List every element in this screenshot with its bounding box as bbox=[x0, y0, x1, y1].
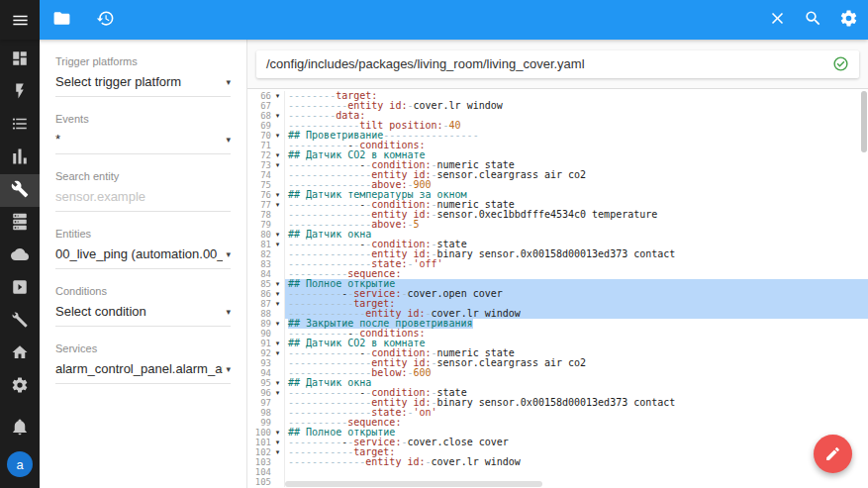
line-number[interactable]: 90 bbox=[247, 329, 271, 339]
save-button[interactable] bbox=[814, 435, 852, 473]
sidebar-item-file-editor[interactable] bbox=[0, 174, 40, 207]
fold-arrow-icon[interactable]: ▾ bbox=[271, 299, 284, 309]
code-line[interactable]: 77▾--------------condition:-numeric_stat… bbox=[247, 200, 868, 210]
sidebar-item-media-browser[interactable] bbox=[0, 272, 40, 305]
code-text[interactable]: ## Датчик температуры за окном bbox=[284, 190, 868, 200]
code-text[interactable]: --------data: bbox=[284, 111, 868, 121]
code-line[interactable]: 101▾-----------service:-cover.close_cove… bbox=[247, 438, 868, 447]
code-text[interactable]: ## Датчик окна bbox=[284, 378, 868, 388]
code-line[interactable]: 100▾## Полное открытие bbox=[247, 428, 868, 438]
sidebar-item-cloud[interactable] bbox=[0, 240, 40, 272]
code-text[interactable] bbox=[284, 467, 868, 477]
code-line[interactable]: 73▾--------------condition:-numeric_stat… bbox=[247, 160, 868, 170]
fold-arrow-icon[interactable]: ▾ bbox=[271, 388, 284, 398]
code-line[interactable]: 82--------------entity_id:-binary_sensor… bbox=[247, 249, 868, 259]
fold-arrow-icon[interactable]: ▾ bbox=[271, 131, 284, 141]
code-line[interactable]: 80▾## Датчик окна bbox=[247, 230, 868, 240]
line-number[interactable]: 84 bbox=[247, 269, 271, 279]
line-number[interactable]: 72 bbox=[247, 150, 271, 160]
code-text[interactable]: -----------target: bbox=[284, 447, 868, 457]
line-number[interactable]: 78 bbox=[247, 210, 271, 220]
line-number[interactable]: 77 bbox=[247, 200, 271, 210]
code-text[interactable]: ----------sequence: bbox=[284, 269, 868, 279]
entities-select[interactable]: 00_live_ping (automation.00_live_pi▾ bbox=[55, 246, 231, 269]
line-number[interactable]: 88 bbox=[247, 309, 271, 319]
code-line[interactable]: 67----------entity_id:-cover.lr_window bbox=[247, 101, 868, 111]
code-line[interactable]: 87▾-----------target: bbox=[247, 299, 868, 309]
close-button[interactable] bbox=[761, 0, 793, 40]
code-line[interactable]: 92▾--------------condition:-numeric_stat… bbox=[247, 348, 868, 358]
code-line[interactable]: 97--------------entity_id:-binary_sensor… bbox=[247, 398, 868, 408]
code-line[interactable]: 66▾--------target: bbox=[247, 91, 868, 101]
line-number[interactable]: 79 bbox=[247, 220, 271, 230]
sidebar-item-configuration[interactable] bbox=[0, 370, 40, 403]
code-text[interactable]: ----------entity_id:-cover.lr_window bbox=[284, 101, 868, 111]
code-line[interactable]: 90------------conditions: bbox=[247, 329, 868, 339]
code-text[interactable]: --------------entity_id:-sensor.cleargra… bbox=[284, 358, 868, 368]
code-line[interactable]: 71------------conditions: bbox=[247, 141, 868, 150]
code-line[interactable]: 93--------------entity_id:-sensor.clearg… bbox=[247, 358, 868, 368]
line-number[interactable]: 99 bbox=[247, 418, 271, 428]
sidebar-item-overview[interactable] bbox=[0, 44, 40, 76]
code-line[interactable]: 78--------------entity_id:-sensor.0xec1b… bbox=[247, 210, 868, 220]
code-line[interactable]: 94--------------below:-600 bbox=[247, 368, 868, 378]
fold-arrow-icon[interactable]: ▾ bbox=[271, 160, 284, 170]
code-line[interactable]: 84----------sequence: bbox=[247, 269, 868, 279]
editor-vertical-scrollbar[interactable] bbox=[861, 91, 867, 478]
fold-arrow-icon[interactable]: ▾ bbox=[271, 200, 284, 210]
code-text[interactable]: --------------entity_id:-sensor.cleargra… bbox=[284, 170, 868, 180]
code-text[interactable]: -----------service:-cover.open_cover bbox=[284, 289, 868, 299]
menu-button[interactable] bbox=[0, 0, 40, 40]
code-text[interactable]: ## Датчик CO2 в комнате bbox=[284, 150, 868, 160]
fold-arrow-icon[interactable]: ▾ bbox=[271, 279, 284, 289]
code-text[interactable]: --------------entity_id:-binary_sensor.0… bbox=[284, 398, 868, 408]
settings-button[interactable] bbox=[832, 0, 864, 40]
sidebar-item-profile[interactable]: a bbox=[0, 442, 40, 486]
line-number[interactable]: 66 bbox=[247, 91, 271, 101]
code-text[interactable]: --------target: bbox=[284, 91, 868, 101]
code-line[interactable]: 89▾## Закрытие после проветривания bbox=[247, 319, 868, 329]
code-text[interactable]: --------------below:-600 bbox=[284, 368, 868, 378]
line-number[interactable]: 70 bbox=[247, 131, 271, 141]
line-number[interactable]: 103 bbox=[247, 457, 271, 467]
line-number[interactable]: 73 bbox=[247, 160, 271, 170]
code-text[interactable]: ## Датчик окна bbox=[284, 230, 868, 240]
conditions-select[interactable]: Select condition▾ bbox=[55, 304, 231, 327]
code-line[interactable]: 99----------sequence: bbox=[247, 418, 868, 428]
line-number[interactable]: 74 bbox=[247, 170, 271, 180]
code-text[interactable]: --------------condition:-state bbox=[284, 240, 868, 249]
line-number[interactable]: 85 bbox=[247, 279, 271, 289]
code-line[interactable]: 75--------------above:-900 bbox=[247, 180, 868, 190]
code-text[interactable]: -----------target: bbox=[284, 299, 868, 309]
code-editor[interactable]: 66▾--------target:67----------entity_id:… bbox=[247, 89, 868, 488]
code-line[interactable]: 74--------------entity_id:-sensor.clearg… bbox=[247, 170, 868, 180]
code-line[interactable]: 104 bbox=[247, 467, 868, 477]
code-line[interactable]: 69------------tilt_position:-40 bbox=[247, 121, 868, 131]
fold-arrow-icon[interactable]: ▾ bbox=[271, 91, 284, 101]
events-select[interactable]: *▾ bbox=[55, 132, 231, 154]
code-text[interactable]: ## Проветривание---------------- bbox=[284, 131, 868, 141]
code-text[interactable]: --------------above:-5 bbox=[284, 220, 868, 230]
code-line[interactable]: 68▾--------data: bbox=[247, 111, 868, 121]
fold-arrow-icon[interactable]: ▾ bbox=[271, 240, 284, 249]
code-line[interactable]: 91▾## Датчик CO2 в комнате bbox=[247, 339, 868, 348]
fold-arrow-icon[interactable]: ▾ bbox=[271, 230, 284, 240]
code-text[interactable]: --------------condition:-numeric_state bbox=[284, 160, 868, 170]
code-text[interactable]: -------------entity_id:-cover.lr_window bbox=[284, 309, 868, 319]
line-number[interactable]: 83 bbox=[247, 259, 271, 269]
fold-arrow-icon[interactable]: ▾ bbox=[271, 378, 284, 388]
line-number[interactable]: 105 bbox=[247, 477, 271, 487]
scrollbar-thumb[interactable] bbox=[285, 481, 542, 487]
fold-arrow-icon[interactable]: ▾ bbox=[271, 339, 284, 348]
sidebar-item-developer-tools[interactable] bbox=[0, 305, 40, 338]
line-number[interactable]: 76 bbox=[247, 190, 271, 200]
line-number[interactable]: 89 bbox=[247, 319, 271, 329]
code-text[interactable]: ----------sequence: bbox=[284, 418, 868, 428]
fold-arrow-icon[interactable]: ▾ bbox=[271, 428, 284, 438]
code-text[interactable]: --------------entity_id:-binary_sensor.0… bbox=[284, 249, 868, 259]
fold-arrow-icon[interactable]: ▾ bbox=[271, 111, 284, 121]
line-number[interactable]: 67 bbox=[247, 101, 271, 111]
line-number[interactable]: 96 bbox=[247, 388, 271, 398]
line-number[interactable]: 93 bbox=[247, 358, 271, 368]
line-number[interactable]: 101 bbox=[247, 438, 271, 447]
